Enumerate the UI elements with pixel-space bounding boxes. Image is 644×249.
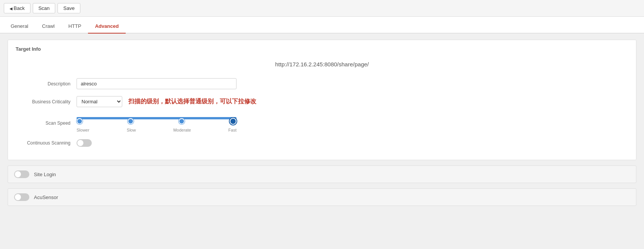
- label-slower: Slower: [77, 128, 89, 132]
- acusensor-section[interactable]: AcuSensor: [8, 188, 636, 206]
- annotation-text: 扫描的级别，默认选择普通级别，可以下拉修改: [128, 98, 256, 106]
- back-button[interactable]: Back: [4, 3, 30, 13]
- slider-dots: [77, 118, 237, 125]
- slider-dot-fast[interactable]: [230, 118, 237, 125]
- slider-labels: Slower Slow Moderate Fast: [77, 128, 237, 132]
- continuous-scanning-control: [77, 139, 628, 147]
- description-label: Description: [16, 81, 77, 87]
- tab-advanced[interactable]: Advanced: [88, 19, 125, 34]
- business-criticality-select-wrap: Normal Low High Critical 扫描的级别，默认选择普通级别，…: [77, 96, 628, 107]
- save-button[interactable]: Save: [58, 3, 80, 13]
- scan-button[interactable]: Scan: [33, 3, 56, 13]
- description-input[interactable]: [77, 78, 237, 89]
- continuous-scanning-toggle[interactable]: [77, 139, 92, 147]
- target-url: http://172.16.2.245:8080/share/page/: [16, 58, 628, 71]
- tab-bar: General Crawl HTTP Advanced: [0, 17, 644, 34]
- tab-crawl[interactable]: Crawl: [35, 19, 61, 34]
- slider-dot-slow[interactable]: [128, 118, 134, 124]
- business-criticality-row: Business Criticality Normal Low High Cri…: [16, 96, 628, 107]
- target-info-card: Target Info http://172.16.2.245:8080/sha…: [8, 40, 636, 160]
- description-input-wrap: [77, 78, 628, 89]
- label-slow: Slow: [127, 128, 136, 132]
- label-fast: Fast: [229, 128, 237, 132]
- slider-dot-slower[interactable]: [77, 118, 83, 124]
- continuous-scanning-label: Continuous Scanning: [16, 140, 77, 146]
- tab-http[interactable]: HTTP: [61, 19, 88, 34]
- site-login-section[interactable]: Site Login: [8, 165, 636, 183]
- business-criticality-control: Normal Low High Critical 扫描的级别，默认选择普通级别，…: [77, 96, 628, 107]
- toolbar: Back Scan Save: [0, 0, 644, 17]
- site-login-label: Site Login: [34, 172, 56, 177]
- scan-speed-control: Slower Slow Moderate Fast: [77, 114, 628, 132]
- scan-speed-label: Scan Speed: [16, 120, 77, 126]
- main-content: Target Info http://172.16.2.245:8080/sha…: [0, 34, 644, 249]
- continuous-scanning-row: Continuous Scanning: [16, 139, 628, 147]
- business-criticality-select[interactable]: Normal Low High Critical: [77, 96, 122, 107]
- description-row: Description: [16, 78, 628, 89]
- continuous-scanning-toggle-wrap: [77, 139, 628, 147]
- scan-speed-row: Scan Speed Slower Slow Moder: [16, 114, 628, 132]
- target-info-title: Target Info: [16, 46, 628, 52]
- acusensor-label: AcuSensor: [34, 194, 58, 200]
- acusensor-toggle[interactable]: [14, 193, 29, 201]
- site-login-toggle[interactable]: [14, 170, 29, 178]
- label-moderate: Moderate: [173, 128, 191, 132]
- slider-dot-moderate[interactable]: [179, 118, 185, 124]
- business-criticality-label: Business Criticality: [16, 99, 77, 104]
- scan-speed-slider-container: Slower Slow Moderate Fast: [77, 117, 237, 132]
- tab-general[interactable]: General: [4, 19, 35, 34]
